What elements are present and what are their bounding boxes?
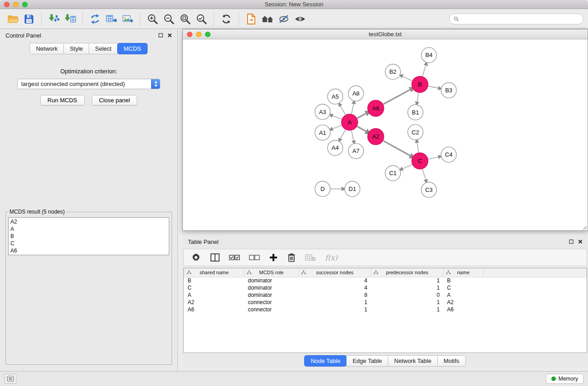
import-network-file-button[interactable]	[46, 11, 62, 27]
table-cell[interactable]: 1	[371, 299, 444, 306]
column-header-mcds-role[interactable]: MCDS role	[244, 268, 299, 277]
task-history-button[interactable]	[5, 374, 16, 384]
graph-node-D1[interactable]: D1	[344, 181, 360, 197]
network-zoom-button[interactable]	[205, 32, 210, 37]
table-cell[interactable]: connector	[244, 306, 299, 313]
graph-node-B1[interactable]: B1	[408, 105, 423, 120]
table-cell[interactable]: B	[184, 277, 244, 284]
graph-edge-C-C4[interactable]	[428, 157, 438, 159]
zoom-window-button[interactable]	[22, 2, 28, 7]
table-cell[interactable]: 4	[299, 284, 371, 291]
tab-network[interactable]: Network	[29, 43, 64, 54]
table-cell[interactable]: A	[444, 291, 483, 299]
graph-node-A1[interactable]: A1	[315, 125, 330, 140]
zoom-in-button[interactable]	[144, 11, 161, 27]
graph-node-A7[interactable]: A7	[348, 143, 363, 159]
tab-motifs[interactable]: Motifs	[437, 355, 466, 367]
tab-mcds[interactable]: MCDS	[117, 43, 147, 54]
clone-network-button[interactable]	[87, 11, 103, 27]
table-cell[interactable]: A2	[444, 299, 483, 306]
graph-node-B2[interactable]: B2	[385, 64, 401, 80]
delete-rows-button[interactable]	[287, 253, 296, 262]
result-item[interactable]: A2	[10, 218, 167, 225]
graph-edge-B-B2[interactable]	[403, 76, 412, 81]
graph-edge-B-B3[interactable]	[428, 86, 438, 88]
graph-node-C3[interactable]: C3	[421, 182, 437, 198]
tab-select[interactable]: Select	[89, 43, 118, 54]
graph-edge-A-A2[interactable]	[357, 126, 366, 131]
apply-layout-button[interactable]	[218, 11, 234, 27]
graph-node-A5[interactable]: A5	[328, 89, 343, 104]
table-cell[interactable]: C	[444, 284, 483, 291]
zoom-fit-button[interactable]	[177, 11, 193, 27]
graph-node-C[interactable]: C	[412, 153, 428, 169]
network-canvas[interactable]: AA1A2A3A4A5A6A7A8BB1B2B3B4CC1C2C3C4DD1	[183, 39, 588, 230]
graph-node-C2[interactable]: C2	[408, 124, 423, 140]
table-cell[interactable]: dominator	[244, 284, 299, 291]
tab-network-table[interactable]: Network Table	[388, 355, 438, 367]
search-input[interactable]	[461, 16, 579, 22]
save-session-button[interactable]	[21, 11, 37, 27]
graph-node-D[interactable]: D	[315, 181, 330, 197]
select-all-rows-button[interactable]	[229, 254, 240, 261]
table-cell[interactable]: A6	[184, 306, 244, 313]
zoom-selected-button[interactable]	[193, 11, 210, 27]
show-graphics-details-button[interactable]	[292, 11, 308, 27]
graph-node-A8[interactable]: A8	[348, 86, 363, 101]
close-window-button[interactable]	[4, 2, 10, 7]
new-table-button[interactable]	[103, 11, 120, 27]
graph-node-B3[interactable]: B3	[441, 83, 456, 98]
result-item[interactable]: B	[10, 233, 167, 240]
graph-node-A2[interactable]: A2	[368, 129, 384, 145]
tab-style[interactable]: Style	[63, 43, 89, 54]
graph-edge-C-C1[interactable]	[403, 164, 412, 168]
graph-node-B[interactable]: B	[412, 76, 428, 93]
memory-button[interactable]: Memory	[546, 374, 583, 384]
network-minimize-button[interactable]	[196, 32, 201, 37]
hide-graphics-details-button[interactable]	[276, 11, 292, 27]
table-cell[interactable]: 1	[299, 306, 371, 313]
criterion-select[interactable]: largest connected component (directed)	[17, 79, 160, 89]
graph-edge-A-A1[interactable]	[333, 125, 342, 129]
table-cell[interactable]: 8	[299, 291, 371, 299]
table-row[interactable]: Adominator80A	[184, 291, 587, 299]
mcds-result-list[interactable]: A2ABCA6	[8, 217, 169, 255]
graph-node-A[interactable]: A	[341, 114, 358, 130]
graph-edge-A-A6[interactable]	[357, 114, 366, 118]
column-header-predecessor-nodes[interactable]: predecessor nodes	[371, 268, 444, 277]
float-table-panel-icon[interactable]	[569, 239, 574, 244]
add-row-button[interactable]	[269, 253, 278, 262]
graph-edge-A6-B[interactable]	[383, 90, 410, 104]
table-row[interactable]: Cdominator41C	[184, 284, 587, 291]
close-panel-button[interactable]: Close panel	[92, 95, 138, 105]
deselect-all-rows-button[interactable]	[249, 254, 260, 261]
show-columns-button[interactable]	[210, 253, 220, 262]
result-item[interactable]: C	[10, 240, 167, 247]
column-header-shared-name[interactable]: shared name	[184, 268, 244, 277]
table-cell[interactable]: 1	[371, 284, 444, 291]
float-panel-icon[interactable]	[158, 33, 163, 38]
column-header-successor-nodes[interactable]: successor nodes	[299, 268, 371, 277]
close-table-panel-icon[interactable]	[578, 239, 583, 244]
close-panel-icon[interactable]	[167, 33, 172, 38]
graph-edge-C-C3[interactable]	[422, 169, 425, 180]
table-cell[interactable]: 1	[371, 277, 444, 284]
run-mcds-button[interactable]: Run MCDS	[40, 95, 85, 105]
tab-edge-table[interactable]: Edge Table	[346, 355, 388, 367]
table-cell[interactable]: B	[444, 277, 483, 284]
table-row[interactable]: A6connector11A6	[184, 306, 587, 313]
home-view-button[interactable]	[259, 11, 276, 27]
graph-node-C1[interactable]: C1	[385, 166, 401, 181]
table-cell[interactable]: 1	[299, 299, 371, 306]
resize-grip[interactable]	[582, 224, 587, 230]
table-cell[interactable]: A6	[444, 306, 483, 313]
clear-table-button[interactable]	[305, 253, 316, 262]
graph-node-A4[interactable]: A4	[328, 140, 343, 156]
graph-edge-B-B1[interactable]	[417, 93, 418, 101]
table-cell[interactable]: dominator	[244, 291, 299, 299]
table-cell[interactable]: connector	[244, 299, 299, 306]
graph-edge-A2-C[interactable]	[383, 141, 410, 156]
graph-node-B4[interactable]: B4	[421, 48, 437, 63]
graph-edge-C-C2[interactable]	[417, 143, 418, 152]
graph-edge-A-A8[interactable]	[351, 104, 354, 114]
